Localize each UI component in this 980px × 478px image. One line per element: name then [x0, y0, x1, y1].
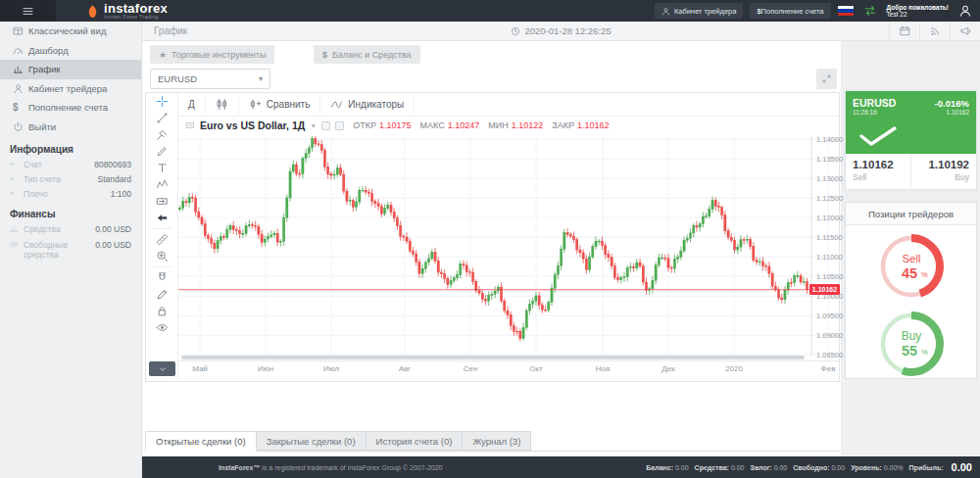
brand-logo: instaforex Instant Forex Trading: [85, 3, 168, 20]
legend-settings-box[interactable]: [335, 121, 344, 130]
trend-tool-button[interactable]: [146, 110, 178, 126]
symbol-select[interactable]: EURUSD ▾: [150, 69, 270, 89]
balance-funds-button[interactable]: $ Баланс и Средства: [314, 45, 420, 64]
hamburger-menu-button[interactable]: [0, 0, 56, 22]
announcements-button[interactable]: [950, 22, 980, 41]
tab-0[interactable]: Открытые сделки (0): [145, 431, 257, 452]
compare-icon: [249, 98, 262, 111]
price-tick: 1.12500: [816, 194, 843, 203]
time-tick: Июн: [252, 364, 279, 373]
tab-2[interactable]: История счета (0): [367, 431, 464, 451]
collapse-legend-icon[interactable]: [185, 120, 195, 130]
magnet-tool-button[interactable]: [146, 269, 178, 286]
rss-button[interactable]: [919, 22, 950, 41]
chevron-down-icon: [158, 364, 168, 374]
copyright-rest: is a registered trademark of InstaForex …: [260, 464, 442, 471]
tab-3[interactable]: Журнал (3): [463, 431, 531, 451]
sidebar-nav: Классический видДашбордГрафикКабинет тре…: [0, 22, 141, 136]
sidebar-item-label: Выйти: [28, 121, 56, 132]
ruler-tool-button[interactable]: [146, 231, 178, 248]
svg-text:%: %: [921, 270, 928, 279]
balance-funds-label: Баланс и Средства: [332, 50, 412, 60]
buy-quote-cell[interactable]: 1.10192 Buy: [910, 154, 976, 189]
deposit-button[interactable]: $ Пополнение счета: [750, 3, 830, 19]
sell-donut: Sell 45 %: [875, 230, 948, 303]
chevron-down-icon[interactable]: ▼: [310, 122, 317, 129]
exchange-rates-icon[interactable]: [863, 4, 877, 18]
timeframe-button[interactable]: Д: [178, 93, 206, 117]
profit-label: Прибыль:: [909, 464, 944, 471]
indicators-label: Индикаторы: [348, 99, 404, 110]
chart-drawing-toolbar: [146, 93, 178, 381]
info-value: 80800693: [94, 160, 131, 169]
high-value: 1.10247: [448, 120, 480, 130]
datetime-text: 2020-01-28 12:26:25: [524, 25, 611, 36]
status-bar: InstaForex™ is a registered trademark of…: [142, 456, 980, 478]
tab-1[interactable]: Закрытые сделки (0): [257, 431, 367, 451]
welcome-text: Добро пожаловать!: [887, 4, 949, 12]
sidebar-item-1[interactable]: Дашборд: [0, 41, 141, 61]
info-label: Счет: [24, 160, 94, 169]
pattern-tool-button[interactable]: [146, 176, 178, 193]
sidebar-item-2[interactable]: График: [0, 60, 141, 79]
trading-instruments-button[interactable]: ★ Торговые инструменты: [150, 45, 274, 64]
time-tick: Июл: [318, 364, 345, 373]
textT-tool-button[interactable]: [146, 160, 178, 176]
instaforex-app: instaforex Instant Forex Trading Кабинет…: [0, 0, 980, 478]
crosshair-tool-button[interactable]: [146, 93, 178, 110]
svg-text:Buy: Buy: [901, 329, 921, 343]
info-label: Средства: [24, 224, 95, 234]
brush-tool-button[interactable]: [146, 143, 178, 160]
pencil-tool-button[interactable]: [146, 286, 178, 303]
coins-icon: [10, 240, 24, 251]
language-flag-russia[interactable]: [838, 6, 854, 16]
user-avatar-icon[interactable]: [958, 4, 972, 18]
quote-price: 1.10162: [947, 109, 970, 116]
legend-settings-box[interactable]: [321, 121, 330, 130]
sidebar-item-4[interactable]: $Пополнение счета: [0, 98, 141, 118]
copyright-text: InstaForex™ is a registered trademark of…: [142, 464, 443, 471]
trader-cabinet-button[interactable]: Кабинет трейдера: [655, 3, 743, 19]
open-label: ОТКР: [353, 120, 376, 130]
buy-label: Buy: [918, 172, 969, 182]
arrowleft-tool-button[interactable]: [146, 210, 178, 226]
price-tick: 1.09500: [816, 311, 843, 320]
compare-button[interactable]: Сравнить: [239, 93, 321, 117]
trading-instruments-label: Торговые инструменты: [172, 50, 266, 60]
sidebar-item-3[interactable]: Кабинет трейдера: [0, 79, 141, 99]
sidebar-info-row: »Плечо1:100: [0, 186, 141, 201]
stat-item: Залог: 0.00: [751, 464, 788, 471]
sell-quote-cell[interactable]: 1.10162 Sell: [846, 154, 910, 189]
buy-price: 1.10192: [918, 159, 969, 170]
chart-title: Euro vs US Dollar, 1Д: [200, 120, 305, 131]
chart-panel: Д Сравнить Индикаторы Euro vs US Dollar,…: [145, 92, 840, 382]
eye-tool-button[interactable]: [146, 319, 178, 336]
main-content: ★ Торговые инструменты $ Баланс и Средст…: [142, 41, 841, 456]
zoom-tool-button[interactable]: [146, 248, 178, 264]
sidebar-item-0[interactable]: Классический вид: [0, 22, 141, 41]
account-stats: Баланс: 0.00Средства: 0.00Залог: 0.00Сво…: [646, 461, 980, 473]
sidebar-item-5[interactable]: Выйти: [0, 118, 141, 137]
chart-horizontal-scrollbar[interactable]: [181, 356, 805, 359]
candlestick-plot[interactable]: [178, 136, 839, 356]
quote-card[interactable]: EURUSD -0.016% 11:26:16 1.10162 1.10162 …: [845, 90, 977, 190]
logo-tagline: Instant Forex Trading: [104, 14, 168, 20]
traders-positions-card: Позиции трейдеров Sell 45 % Buy 55 %: [845, 202, 977, 379]
finance-section-title: Финансы: [0, 201, 141, 221]
trader-cabinet-label: Кабинет трейдера: [674, 7, 736, 16]
chart-style-button[interactable]: [206, 93, 239, 117]
page-title: График: [154, 25, 187, 36]
fork-tool-button[interactable]: [146, 126, 178, 143]
calendar-button[interactable]: [889, 22, 919, 41]
time-tick: Май: [186, 364, 214, 373]
toolbar-collapse-button[interactable]: [149, 361, 175, 376]
indicators-button[interactable]: Индикаторы: [320, 93, 415, 117]
lock-tool-button[interactable]: [146, 303, 178, 319]
svg-text:55: 55: [901, 343, 916, 358]
close-value: 1.10162: [577, 120, 610, 130]
quote-symbol: EURUSD: [853, 97, 896, 109]
price-tick: 1.13500: [816, 155, 843, 164]
info-label: Тип счета: [24, 174, 98, 184]
fullscreen-button[interactable]: [816, 69, 837, 89]
forecast-tool-button[interactable]: [146, 193, 178, 210]
